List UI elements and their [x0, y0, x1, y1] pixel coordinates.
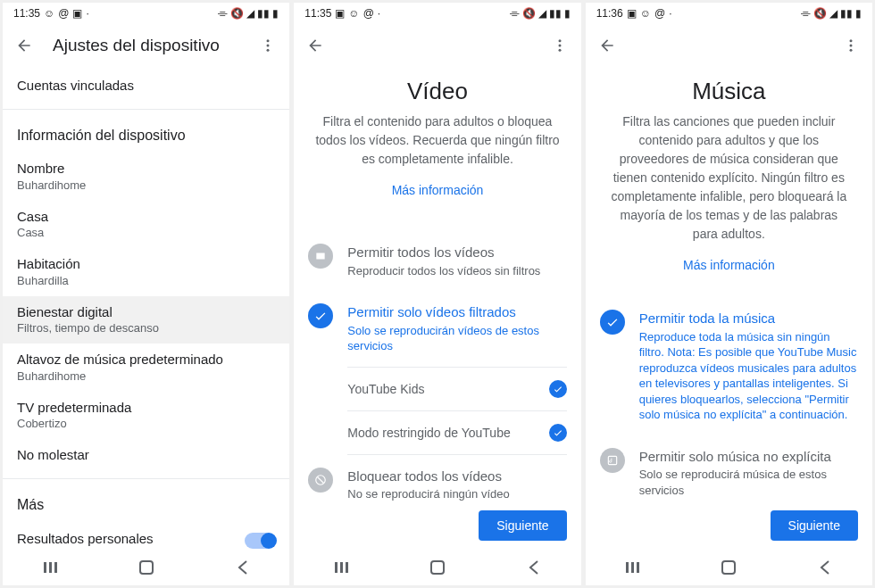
svg-point-7: [558, 39, 561, 42]
svg-point-9: [558, 49, 561, 52]
linked-accounts[interactable]: Cuentas vinculadas: [3, 67, 289, 104]
section-more: Más: [3, 484, 289, 522]
mute-icon: 🔇: [813, 7, 827, 20]
bluetooth-icon: ⌯: [509, 7, 520, 20]
option-allow-filtered[interactable]: Permitir solo vídeos filtrados Solo se r…: [294, 291, 580, 367]
wifi-icon: ◢: [538, 7, 546, 20]
svg-line-11: [318, 476, 324, 483]
personal-results[interactable]: Resultados personales Permite los result…: [3, 522, 289, 551]
item-digital-wellbeing[interactable]: Bienestar digital Filtros, tiempo de des…: [3, 296, 289, 344]
svg-rect-21: [626, 562, 629, 573]
svg-rect-6: [140, 561, 153, 574]
svg-point-17: [849, 45, 852, 47]
divider: [3, 478, 289, 479]
dot-icon: ·: [669, 7, 671, 20]
app-bar: [586, 24, 872, 67]
svg-rect-22: [631, 562, 634, 573]
image-icon: ▣: [335, 7, 345, 20]
whatsapp-icon: ☺: [44, 7, 54, 20]
app-bar: [294, 24, 580, 67]
option-allow-all[interactable]: Permitir todos los vídeos Reproducir tod…: [294, 231, 580, 291]
checkbox-icon[interactable]: [549, 424, 567, 442]
menu-icon[interactable]: [840, 35, 862, 56]
mute-icon: 🔇: [230, 7, 244, 20]
home-icon[interactable]: [427, 557, 448, 578]
section-device-info: Información del dispositivo: [3, 115, 289, 153]
at-icon: @: [654, 7, 665, 20]
status-bar: 11:36 ▣ ☺ @ · ⌯ 🔇 ◢ ▮▮ ▮: [586, 3, 872, 24]
option-allow-all-music[interactable]: Permitir toda la música Reproduce toda l…: [586, 297, 872, 435]
svg-rect-15: [431, 561, 444, 574]
back-nav-icon[interactable]: [522, 557, 544, 578]
back-nav-icon[interactable]: [231, 557, 253, 578]
recents-icon[interactable]: [40, 557, 62, 578]
item-dnd[interactable]: No molestar: [3, 439, 289, 473]
nav-bar: [586, 550, 872, 585]
whatsapp-icon: ☺: [640, 7, 651, 20]
menu-icon[interactable]: [257, 35, 279, 56]
whatsapp-icon: ☺: [348, 7, 359, 20]
svg-rect-4: [49, 562, 52, 573]
next-button[interactable]: Siguiente: [771, 510, 858, 541]
svg-rect-12: [335, 562, 338, 573]
screen-video: 11:35 ▣ ☺ @ · ⌯ 🔇 ◢ ▮▮ ▮ Vídeo Filtra el…: [294, 3, 580, 585]
option-block-all[interactable]: Bloquear todos los vídeos No se reproduc…: [294, 455, 580, 501]
svg-point-1: [267, 45, 270, 47]
toggle-switch[interactable]: [245, 533, 275, 549]
svg-rect-23: [637, 562, 639, 573]
sub-youtube-kids[interactable]: YouTube Kids: [294, 368, 580, 410]
signal-icon: ▮▮: [549, 7, 562, 20]
more-info-link[interactable]: Más información: [294, 176, 580, 204]
image-icon: ▣: [72, 7, 82, 20]
svg-point-18: [849, 49, 852, 52]
status-bar: 11:35 ☺ @ ▣ · ⌯ 🔇 ◢ ▮▮ ▮: [3, 3, 289, 24]
at-icon: @: [363, 7, 374, 20]
svg-rect-5: [54, 562, 57, 573]
signal-icon: ▮▮: [257, 7, 270, 20]
bluetooth-icon: ⌯: [800, 7, 811, 20]
app-bar: Ajustes del dispositivo: [3, 24, 289, 67]
recents-icon[interactable]: [331, 557, 353, 578]
home-icon[interactable]: [136, 557, 157, 578]
nav-bar: [3, 550, 289, 585]
item-house[interactable]: Casa Casa: [3, 201, 289, 249]
music-icon: [600, 448, 625, 473]
option-non-explicit[interactable]: Permitir solo música no explícita Solo s…: [586, 435, 872, 501]
next-button[interactable]: Siguiente: [479, 510, 566, 541]
image-icon: ▣: [627, 7, 637, 20]
item-default-tv[interactable]: TV predeterminada Cobertizo: [3, 392, 289, 440]
home-icon[interactable]: [718, 557, 739, 578]
checkbox-icon[interactable]: [549, 380, 567, 398]
check-icon: [600, 310, 625, 335]
back-nav-icon[interactable]: [813, 557, 835, 578]
page-title: Ajustes del dispositivo: [53, 36, 257, 55]
back-icon[interactable]: [304, 35, 326, 56]
item-default-speaker[interactable]: Altavoz de música predeterminado Buhardi…: [3, 344, 289, 392]
screen-music: 11:36 ▣ ☺ @ · ⌯ 🔇 ◢ ▮▮ ▮ Música Filtra l…: [586, 3, 872, 585]
footer: Siguiente: [586, 501, 872, 550]
battery-icon: ▮: [855, 7, 862, 20]
svg-point-8: [558, 45, 561, 47]
mute-icon: 🔇: [522, 7, 536, 20]
sub-youtube-restricted[interactable]: Modo restringido de YouTube: [294, 411, 580, 454]
menu-icon[interactable]: [549, 35, 571, 56]
svg-rect-3: [44, 562, 46, 573]
wifi-icon: ◢: [246, 7, 254, 20]
music-title: Música: [586, 78, 872, 105]
svg-rect-13: [340, 562, 343, 573]
back-icon[interactable]: [596, 35, 618, 56]
status-time: 11:36: [596, 7, 623, 20]
battery-icon: ▮: [564, 7, 571, 20]
item-name[interactable]: Nombre Buhardihome: [3, 153, 289, 201]
more-info-link[interactable]: Más información: [586, 251, 872, 279]
music-desc: Filtra las canciones que pueden incluir …: [586, 105, 872, 251]
at-icon: @: [58, 7, 69, 20]
divider: [3, 109, 289, 110]
svg-rect-24: [722, 561, 735, 574]
svg-point-16: [849, 39, 852, 42]
recents-icon[interactable]: [622, 557, 644, 578]
video-desc: Filtra el contenido para adultos o bloqu…: [294, 105, 580, 176]
item-room[interactable]: Habitación Buhardilla: [3, 248, 289, 296]
back-icon[interactable]: [13, 35, 35, 56]
bluetooth-icon: ⌯: [217, 7, 228, 20]
